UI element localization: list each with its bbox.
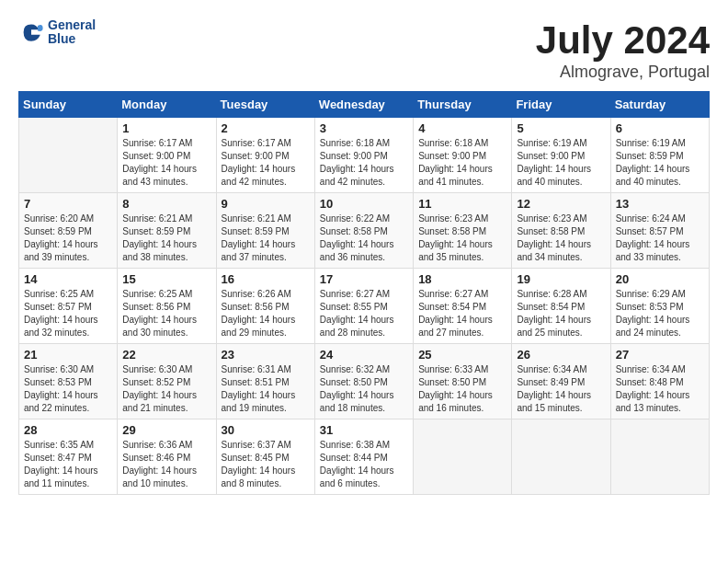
day-number: 4: [418, 121, 506, 135]
calendar-week-row: 1Sunrise: 6:17 AMSunset: 9:00 PMDaylight…: [19, 118, 710, 193]
day-number: 12: [517, 197, 605, 211]
calendar-cell: 13Sunrise: 6:24 AMSunset: 8:57 PMDayligh…: [610, 193, 709, 269]
day-detail: Sunrise: 6:20 AMSunset: 8:59 PMDaylight:…: [24, 213, 112, 264]
calendar-cell: 2Sunrise: 6:17 AMSunset: 9:00 PMDaylight…: [216, 118, 314, 193]
calendar-week-row: 21Sunrise: 6:30 AMSunset: 8:53 PMDayligh…: [19, 344, 710, 419]
logo-text: General Blue: [48, 18, 96, 47]
day-number: 16: [222, 272, 310, 286]
calendar-cell: 16Sunrise: 6:26 AMSunset: 8:56 PMDayligh…: [216, 269, 314, 344]
calendar-cell: 15Sunrise: 6:25 AMSunset: 8:56 PMDayligh…: [118, 269, 216, 344]
calendar-table: SundayMondayTuesdayWednesdayThursdayFrid…: [18, 91, 710, 495]
day-detail: Sunrise: 6:25 AMSunset: 8:57 PMDaylight:…: [24, 288, 112, 339]
calendar-cell: 26Sunrise: 6:34 AMSunset: 8:49 PMDayligh…: [512, 344, 610, 419]
day-number: 20: [616, 272, 704, 286]
day-number: 25: [418, 348, 506, 362]
day-detail: Sunrise: 6:29 AMSunset: 8:53 PMDaylight:…: [616, 288, 704, 339]
main-title: July 2024: [536, 18, 710, 63]
day-number: 23: [222, 348, 310, 362]
day-number: 24: [320, 348, 408, 362]
day-number: 11: [418, 197, 506, 211]
day-number: 21: [24, 348, 112, 362]
day-number: 30: [222, 423, 310, 437]
day-detail: Sunrise: 6:35 AMSunset: 8:47 PMDaylight:…: [24, 439, 112, 490]
day-detail: Sunrise: 6:30 AMSunset: 8:53 PMDaylight:…: [24, 363, 112, 415]
day-detail: Sunrise: 6:21 AMSunset: 8:59 PMDaylight:…: [122, 213, 210, 264]
day-detail: Sunrise: 6:22 AMSunset: 8:58 PMDaylight:…: [320, 213, 408, 264]
day-number: 5: [517, 121, 605, 135]
weekday-header: Friday: [512, 92, 610, 118]
day-number: 15: [122, 272, 210, 286]
day-number: 1: [122, 121, 210, 135]
subtitle: Almograve, Portugal: [536, 63, 710, 82]
calendar-cell: 17Sunrise: 6:27 AMSunset: 8:55 PMDayligh…: [314, 269, 413, 344]
weekday-header: Monday: [118, 92, 216, 118]
calendar-cell: 14Sunrise: 6:25 AMSunset: 8:57 PMDayligh…: [19, 269, 118, 344]
day-detail: Sunrise: 6:31 AMSunset: 8:51 PMDaylight:…: [222, 363, 310, 415]
calendar-cell: 18Sunrise: 6:27 AMSunset: 8:54 PMDayligh…: [414, 269, 512, 344]
calendar-header-row: SundayMondayTuesdayWednesdayThursdayFrid…: [19, 92, 710, 118]
calendar-cell: [610, 419, 709, 495]
day-detail: Sunrise: 6:33 AMSunset: 8:50 PMDaylight:…: [418, 363, 506, 415]
day-detail: Sunrise: 6:18 AMSunset: 9:00 PMDaylight:…: [320, 137, 408, 189]
day-detail: Sunrise: 6:23 AMSunset: 8:58 PMDaylight:…: [517, 213, 605, 264]
day-number: 26: [517, 348, 605, 362]
day-number: 14: [24, 272, 112, 286]
day-number: 10: [320, 197, 408, 211]
day-detail: Sunrise: 6:21 AMSunset: 8:59 PMDaylight:…: [222, 213, 310, 264]
weekday-header: Wednesday: [314, 92, 413, 118]
day-number: 28: [24, 423, 112, 437]
logo-line2: Blue: [48, 32, 96, 46]
calendar-cell: 3Sunrise: 6:18 AMSunset: 9:00 PMDaylight…: [314, 118, 413, 193]
calendar-week-row: 14Sunrise: 6:25 AMSunset: 8:57 PMDayligh…: [19, 269, 710, 344]
day-detail: Sunrise: 6:27 AMSunset: 8:55 PMDaylight:…: [320, 288, 408, 339]
calendar-cell: 20Sunrise: 6:29 AMSunset: 8:53 PMDayligh…: [610, 269, 709, 344]
calendar-cell: 11Sunrise: 6:23 AMSunset: 8:58 PMDayligh…: [414, 193, 512, 269]
weekday-header: Thursday: [414, 92, 512, 118]
day-detail: Sunrise: 6:34 AMSunset: 8:48 PMDaylight:…: [616, 363, 704, 415]
logo-icon: [18, 19, 44, 45]
calendar-cell: 12Sunrise: 6:23 AMSunset: 8:58 PMDayligh…: [512, 193, 610, 269]
calendar-cell: 21Sunrise: 6:30 AMSunset: 8:53 PMDayligh…: [19, 344, 118, 419]
calendar-cell: 23Sunrise: 6:31 AMSunset: 8:51 PMDayligh…: [216, 344, 314, 419]
day-detail: Sunrise: 6:24 AMSunset: 8:57 PMDaylight:…: [616, 213, 704, 264]
day-detail: Sunrise: 6:30 AMSunset: 8:52 PMDaylight:…: [122, 363, 210, 415]
day-number: 9: [222, 197, 310, 211]
calendar-week-row: 7Sunrise: 6:20 AMSunset: 8:59 PMDaylight…: [19, 193, 710, 269]
day-number: 8: [122, 197, 210, 211]
title-section: July 2024 Almograve, Portugal: [536, 18, 710, 82]
day-detail: Sunrise: 6:18 AMSunset: 9:00 PMDaylight:…: [418, 137, 506, 189]
calendar-cell: 27Sunrise: 6:34 AMSunset: 8:48 PMDayligh…: [610, 344, 709, 419]
calendar-cell: [19, 118, 118, 193]
day-number: 27: [616, 348, 704, 362]
calendar-cell: 22Sunrise: 6:30 AMSunset: 8:52 PMDayligh…: [118, 344, 216, 419]
logo: General Blue: [18, 18, 96, 47]
calendar-cell: 31Sunrise: 6:38 AMSunset: 8:44 PMDayligh…: [314, 419, 413, 495]
calendar-cell: 24Sunrise: 6:32 AMSunset: 8:50 PMDayligh…: [314, 344, 413, 419]
day-detail: Sunrise: 6:19 AMSunset: 8:59 PMDaylight:…: [616, 137, 704, 189]
calendar-cell: 30Sunrise: 6:37 AMSunset: 8:45 PMDayligh…: [216, 419, 314, 495]
calendar-week-row: 28Sunrise: 6:35 AMSunset: 8:47 PMDayligh…: [19, 419, 710, 495]
day-detail: Sunrise: 6:26 AMSunset: 8:56 PMDaylight:…: [222, 288, 310, 339]
weekday-header: Sunday: [19, 92, 118, 118]
day-number: 18: [418, 272, 506, 286]
day-detail: Sunrise: 6:28 AMSunset: 8:54 PMDaylight:…: [517, 288, 605, 339]
day-number: 31: [320, 423, 408, 437]
calendar-cell: 8Sunrise: 6:21 AMSunset: 8:59 PMDaylight…: [118, 193, 216, 269]
weekday-header: Saturday: [610, 92, 709, 118]
day-number: 6: [616, 121, 704, 135]
calendar-cell: 7Sunrise: 6:20 AMSunset: 8:59 PMDaylight…: [19, 193, 118, 269]
day-number: 7: [24, 197, 112, 211]
day-detail: Sunrise: 6:17 AMSunset: 9:00 PMDaylight:…: [122, 137, 210, 189]
calendar-cell: 6Sunrise: 6:19 AMSunset: 8:59 PMDaylight…: [610, 118, 709, 193]
day-detail: Sunrise: 6:23 AMSunset: 8:58 PMDaylight:…: [418, 213, 506, 264]
day-number: 22: [122, 348, 210, 362]
page-header: General Blue July 2024 Almograve, Portug…: [18, 18, 710, 82]
calendar-cell: 29Sunrise: 6:36 AMSunset: 8:46 PMDayligh…: [118, 419, 216, 495]
day-number: 17: [320, 272, 408, 286]
day-detail: Sunrise: 6:25 AMSunset: 8:56 PMDaylight:…: [122, 288, 210, 339]
day-detail: Sunrise: 6:32 AMSunset: 8:50 PMDaylight:…: [320, 363, 408, 415]
logo-line1: General: [48, 18, 96, 32]
calendar-cell: 10Sunrise: 6:22 AMSunset: 8:58 PMDayligh…: [314, 193, 413, 269]
day-number: 29: [122, 423, 210, 437]
calendar-cell: 5Sunrise: 6:19 AMSunset: 9:00 PMDaylight…: [512, 118, 610, 193]
